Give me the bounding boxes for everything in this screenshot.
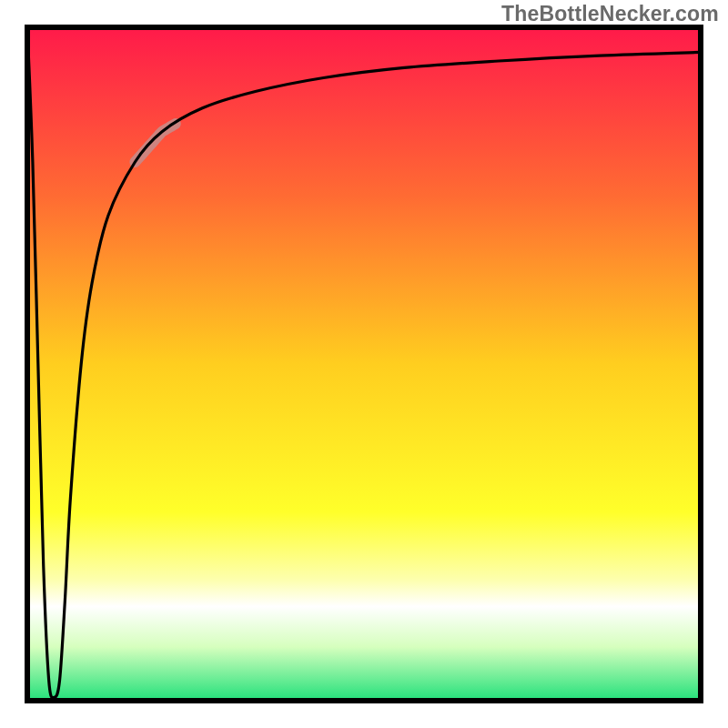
gradient-background	[27, 27, 701, 701]
watermark-text: TheBottleNecker.com	[501, 2, 719, 26]
plot-area	[27, 27, 701, 701]
bottleneck-chart	[0, 0, 728, 728]
